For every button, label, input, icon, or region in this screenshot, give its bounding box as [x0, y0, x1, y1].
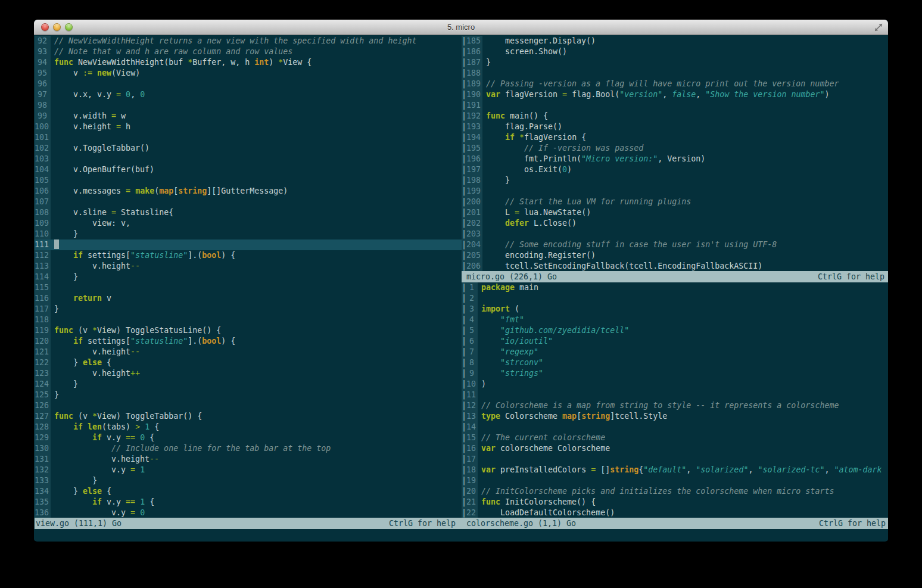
code-line[interactable]: |10) [462, 379, 888, 390]
code-line[interactable]: 93// Note that w and h are raw column an… [35, 46, 462, 57]
code-line[interactable]: 102 v.ToggleTabbar() [35, 143, 462, 154]
code-line[interactable]: |190var flagVersion = flag.Bool("version… [462, 89, 888, 100]
code-line[interactable]: |193 flag.Parse() [462, 122, 888, 132]
code-line[interactable]: |13type Colorscheme map[string]tcell.Sty… [462, 411, 888, 422]
code-line[interactable]: |198 } [462, 175, 888, 186]
code-line[interactable]: 114 } [35, 272, 462, 282]
code-line[interactable]: 122 } else { [35, 357, 462, 368]
code-line[interactable]: 110 } [35, 229, 462, 239]
code-line[interactable]: 129 if v.y == 0 { [35, 433, 462, 443]
code-line[interactable]: |186 screen.Show() [462, 46, 888, 57]
code-line[interactable]: |11 [462, 390, 888, 400]
code-line[interactable]: |8 "strconv" [462, 357, 888, 368]
code-line[interactable]: |3import ( [462, 304, 888, 315]
code-line[interactable]: 115 [35, 282, 462, 293]
code-line[interactable]: 121 v.height-- [35, 347, 462, 357]
code-line[interactable]: |5 "github.com/zyedidia/tcell" [462, 325, 888, 336]
code-line[interactable]: 107 [35, 197, 462, 207]
code-line[interactable]: |18var preInstalledColors = []string{"de… [462, 465, 888, 475]
code-line[interactable]: 120 if settings["statusline"].(bool) { [35, 336, 462, 347]
code-line[interactable]: 97 v.x, v.y = 0, 0 [35, 89, 462, 100]
code-line[interactable]: 116 return v [35, 293, 462, 304]
code-line[interactable]: |204 // Some encoding stuff in case the … [462, 239, 888, 250]
code-line[interactable]: |9 "strings" [462, 368, 888, 379]
code-line[interactable]: |195 // If -version was passed [462, 143, 888, 154]
editor-pane-view-go[interactable]: 92// NewViewWidthHeight returns a new vi… [35, 36, 462, 518]
code-line[interactable]: 92// NewViewWidthHeight returns a new vi… [35, 36, 462, 46]
code-line[interactable]: |17 [462, 454, 888, 465]
code-line[interactable]: 106 v.messages = make(map[string][]Gutte… [35, 186, 462, 197]
code-line[interactable]: |191 [462, 100, 888, 111]
code-line[interactable]: |19 [462, 475, 888, 486]
code-line[interactable]: 109 view: v, [35, 218, 462, 229]
code-line[interactable]: |203 [462, 229, 888, 239]
code-line[interactable]: |15// The current colorscheme [462, 433, 888, 443]
code-text: v.y = 1 [51, 465, 145, 474]
code-line[interactable]: |1package main [462, 282, 888, 293]
code-line[interactable]: 103 [35, 154, 462, 164]
code-line[interactable]: |4 "fmt" [462, 315, 888, 325]
code-line[interactable]: 105 [35, 175, 462, 186]
split-divider: | [462, 239, 466, 250]
code-line[interactable]: 136 v.y = 0 [35, 508, 462, 518]
code-line[interactable]: |22 LoadDefaultColorscheme() [462, 508, 888, 518]
code-line[interactable]: |197 os.Exit(0) [462, 164, 888, 175]
code-line[interactable]: 131 v.height-- [35, 454, 462, 465]
code-line[interactable]: 127func (v *View) ToggleTabbar() { [35, 411, 462, 422]
split-divider: | [462, 357, 466, 368]
code-line[interactable]: |196 fmt.Println("Micro version:", Versi… [462, 154, 888, 164]
line-number: 195 [466, 143, 482, 154]
code-line[interactable]: |206 tcell.SetEncodingFallback(tcell.Enc… [462, 261, 888, 272]
code-line[interactable]: 117} [35, 304, 462, 315]
code-line[interactable]: |205 encoding.Register() [462, 250, 888, 261]
code-line[interactable]: |7 "regexp" [462, 347, 888, 357]
code-line[interactable]: 119func (v *View) ToggleStatusLine() { [35, 325, 462, 336]
code-line[interactable]: |201 L = lua.NewState() [462, 207, 888, 218]
code-line[interactable]: |2 [462, 293, 888, 304]
fullscreen-icon[interactable] [874, 23, 883, 32]
code-line[interactable]: |20// InitColorscheme picks and initiali… [462, 486, 888, 497]
code-line[interactable]: 94func NewViewWidthHeight(buf *Buffer, w… [35, 57, 462, 68]
code-line[interactable]: |14 [462, 422, 888, 433]
code-line[interactable]: |16var colorscheme Colorscheme [462, 443, 888, 454]
statusbar-colorscheme-go: colorscheme.go (1,1) Go CtrlG for help [462, 518, 888, 529]
code-line[interactable]: |192func main() { [462, 111, 888, 122]
code-line[interactable]: 123 v.height++ [35, 368, 462, 379]
code-line-current[interactable]: 111 [35, 239, 462, 250]
code-line[interactable]: 95 v := new(View) [35, 68, 462, 79]
code-line[interactable]: |202 defer L.Close() [462, 218, 888, 229]
code-line[interactable]: 125} [35, 390, 462, 400]
code-line[interactable]: |200 // Start the Lua VM for running plu… [462, 197, 888, 207]
code-line[interactable]: |21func InitColorscheme() { [462, 497, 888, 508]
code-line[interactable]: 99 v.width = w [35, 111, 462, 122]
code-line[interactable]: |199 [462, 186, 888, 197]
code-line[interactable]: 100 v.height = h [35, 122, 462, 132]
editor-pane-colorscheme-go[interactable]: |1package main|2|3import (|4 "fmt"|5 "gi… [462, 282, 888, 518]
code-line[interactable]: 126 [35, 400, 462, 411]
code-line[interactable]: 133 } [35, 475, 462, 486]
code-line[interactable]: |188 [462, 68, 888, 79]
code-line[interactable]: |194 if *flagVersion { [462, 132, 888, 143]
code-line[interactable]: 124 } [35, 379, 462, 390]
code-line[interactable]: 135 if v.y == 1 { [35, 497, 462, 508]
code-line[interactable]: 134 } else { [35, 486, 462, 497]
code-line[interactable]: |6 "io/ioutil" [462, 336, 888, 347]
code-line[interactable]: |185 messenger.Display() [462, 36, 888, 46]
code-line[interactable]: 96 [35, 79, 462, 89]
code-line[interactable]: 112 if settings["statusline"].(bool) { [35, 250, 462, 261]
code-line[interactable]: 132 v.y = 1 [35, 465, 462, 475]
code-line[interactable]: 118 [35, 315, 462, 325]
line-number: 130 [35, 443, 51, 454]
code-line[interactable]: 113 v.height-- [35, 261, 462, 272]
code-line[interactable]: 98 [35, 100, 462, 111]
code-line[interactable]: |12// Colorscheme is a map from string t… [462, 400, 888, 411]
code-line[interactable]: 130 // Include one line for the tab bar … [35, 443, 462, 454]
editor-pane-micro-go[interactable]: |185 messenger.Display()|186 screen.Show… [462, 36, 888, 272]
code-line[interactable]: |187} [462, 57, 888, 68]
code-line[interactable]: 104 v.OpenBuffer(buf) [35, 164, 462, 175]
code-line[interactable]: 101 [35, 132, 462, 143]
code-line[interactable]: |189// Passing -version as a flag will h… [462, 79, 888, 89]
window-titlebar[interactable]: 5. micro [34, 20, 888, 35]
code-line[interactable]: 108 v.sline = Statusline{ [35, 207, 462, 218]
code-line[interactable]: 128 if len(tabs) > 1 { [35, 422, 462, 433]
